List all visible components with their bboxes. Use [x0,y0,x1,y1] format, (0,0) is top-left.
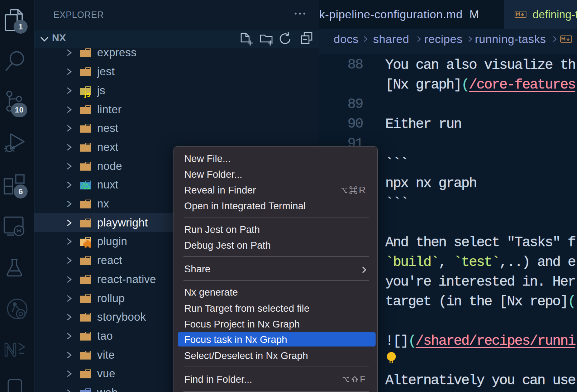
svg-text:js: js [84,90,91,98]
